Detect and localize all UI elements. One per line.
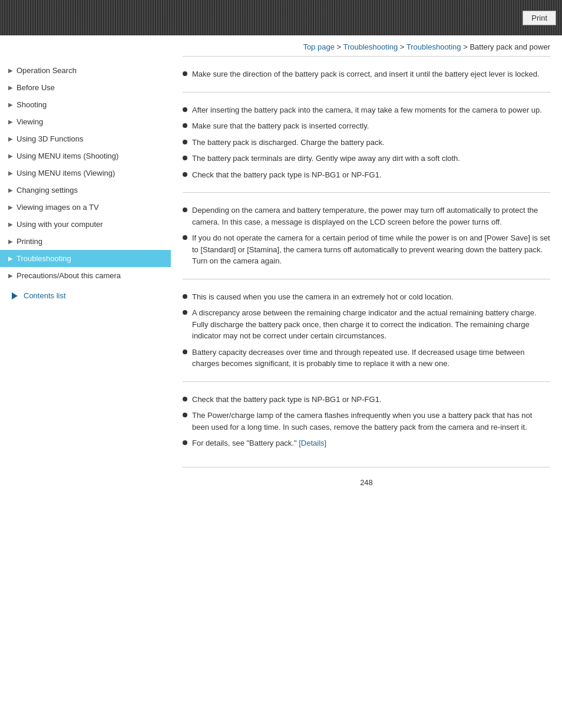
section-4: This is caused when you use the camera i… xyxy=(183,279,550,381)
contents-list-arrow-icon xyxy=(12,292,18,299)
sidebar-item-shooting[interactable]: ▶ Shooting xyxy=(0,96,171,113)
arrow-icon: ▶ xyxy=(8,67,13,74)
sidebar-item-using-menu-shooting[interactable]: ▶ Using MENU items (Shooting) xyxy=(0,147,171,164)
sidebar-item-label: Using 3D Functions xyxy=(16,134,83,143)
breadcrumb-troubleshooting2[interactable]: Troubleshooting xyxy=(406,42,461,51)
list-item: The Power/charge lamp of the camera flas… xyxy=(183,407,550,435)
print-button[interactable]: Print xyxy=(523,11,556,25)
page-number: 248 xyxy=(183,467,550,493)
arrow-icon: ▶ xyxy=(8,204,13,210)
sidebar-item-using-menu-viewing[interactable]: ▶ Using MENU items (Viewing) xyxy=(0,164,171,182)
bullet-dot xyxy=(183,397,187,401)
bullet-dot xyxy=(183,71,187,76)
sidebar-item-changing-settings[interactable]: ▶ Changing settings xyxy=(0,182,171,199)
bullet-dot xyxy=(183,294,187,299)
section-1: Make sure the direction of the battery p… xyxy=(183,56,550,92)
sidebar-item-label: Using MENU items (Viewing) xyxy=(16,169,115,177)
bullet-list-3: Depending on the camera and battery temp… xyxy=(183,202,550,269)
sidebar-item-using-3d[interactable]: ▶ Using 3D Functions xyxy=(0,130,171,147)
list-item: Battery capacity decreases over time and… xyxy=(183,344,550,372)
list-item: Check that the battery pack type is NP-B… xyxy=(183,167,550,183)
list-item: The battery pack terminals are dirty. Ge… xyxy=(183,150,550,167)
breadcrumb-battery: Battery pack and power xyxy=(470,42,550,51)
arrow-icon: ▶ xyxy=(8,238,13,245)
breadcrumb: Top page > Troubleshooting > Troubleshoo… xyxy=(0,35,562,56)
section-3: Depending on the camera and battery temp… xyxy=(183,192,550,279)
sidebar-item-label: Operation Search xyxy=(16,66,77,75)
arrow-icon: ▶ xyxy=(8,84,13,91)
sidebar-item-printing[interactable]: ▶ Printing xyxy=(0,233,171,250)
bullet-dot xyxy=(183,440,187,445)
bullet-dot xyxy=(183,156,187,160)
list-item: After inserting the battery pack into th… xyxy=(183,102,550,118)
sidebar-item-using-computer[interactable]: ▶ Using with your computer xyxy=(0,216,171,233)
arrow-icon: ▶ xyxy=(8,153,13,159)
list-item: Make sure that the battery pack is inser… xyxy=(183,118,550,134)
bullet-dot xyxy=(183,123,187,128)
bullet-dot xyxy=(183,350,187,354)
list-item: The battery pack is discharged. Charge t… xyxy=(183,134,550,151)
bullet-dot xyxy=(183,413,187,417)
sidebar-item-label: Using MENU items (Shooting) xyxy=(16,151,118,160)
bullet-list-1: Make sure the direction of the battery p… xyxy=(183,66,550,83)
sidebar-item-label: Troubleshooting xyxy=(16,254,71,263)
bullet-dot xyxy=(183,310,187,315)
main-layout: ▶ Operation Search ▶ Before Use ▶ Shooti… xyxy=(0,56,562,505)
list-item: Check that the battery pack type is NP-B… xyxy=(183,391,550,408)
list-item: For details, see "Battery pack." [Detail… xyxy=(183,435,550,452)
list-item: Depending on the camera and battery temp… xyxy=(183,202,550,230)
sidebar-item-label: Before Use xyxy=(16,83,55,92)
list-item: A discrepancy arose between the remainin… xyxy=(183,305,550,344)
list-item: This is caused when you use the camera i… xyxy=(183,289,550,305)
details-link[interactable]: [Details] xyxy=(299,439,326,447)
sidebar-item-troubleshooting[interactable]: ▶ Troubleshooting xyxy=(0,250,171,267)
sidebar-item-before-use[interactable]: ▶ Before Use xyxy=(0,79,171,96)
sidebar-item-label: Shooting xyxy=(16,100,47,109)
breadcrumb-top[interactable]: Top page xyxy=(303,42,335,51)
section-5: Check that the battery pack type is NP-B… xyxy=(183,381,550,461)
bullet-list-2: After inserting the battery pack into th… xyxy=(183,102,550,183)
arrow-icon: ▶ xyxy=(8,170,13,176)
sidebar-item-viewing[interactable]: ▶ Viewing xyxy=(0,113,171,130)
arrow-icon: ▶ xyxy=(8,101,13,108)
arrow-icon: ▶ xyxy=(8,136,13,142)
header-bar: Print xyxy=(0,0,562,35)
sidebar-item-label: Precautions/About this camera xyxy=(16,271,121,280)
sidebar-item-operation-search[interactable]: ▶ Operation Search xyxy=(0,62,171,79)
contents-list-link[interactable]: Contents list xyxy=(24,291,66,300)
bullet-list-5: Check that the battery pack type is NP-B… xyxy=(183,391,550,452)
main-content: Make sure the direction of the battery p… xyxy=(171,56,562,505)
arrow-icon: ▶ xyxy=(8,255,13,262)
bullet-dot xyxy=(183,107,187,112)
bullet-dot xyxy=(183,207,187,212)
sidebar-item-label: Viewing xyxy=(16,117,43,126)
sidebar-item-viewing-tv[interactable]: ▶ Viewing images on a TV xyxy=(0,199,171,216)
bullet-dot xyxy=(183,235,187,240)
sidebar-item-label: Changing settings xyxy=(16,186,78,195)
sidebar-item-label: Using with your computer xyxy=(16,220,103,229)
sidebar-item-label: Viewing images on a TV xyxy=(16,203,99,212)
arrow-icon: ▶ xyxy=(8,272,13,279)
section-2: After inserting the battery pack into th… xyxy=(183,92,550,193)
arrow-icon: ▶ xyxy=(8,221,13,228)
bullet-dot xyxy=(183,140,187,144)
list-item: Make sure the direction of the battery p… xyxy=(183,66,550,83)
sidebar: ▶ Operation Search ▶ Before Use ▶ Shooti… xyxy=(0,56,171,505)
sidebar-item-label: Printing xyxy=(16,237,42,246)
list-item: If you do not operate the camera for a c… xyxy=(183,230,550,269)
bullet-dot xyxy=(183,172,187,177)
bullet-list-4: This is caused when you use the camera i… xyxy=(183,289,550,372)
contents-list[interactable]: Contents list xyxy=(12,291,171,300)
sidebar-item-precautions[interactable]: ▶ Precautions/About this camera xyxy=(0,267,171,284)
breadcrumb-troubleshooting1[interactable]: Troubleshooting xyxy=(343,42,398,51)
arrow-icon: ▶ xyxy=(8,187,13,193)
arrow-icon: ▶ xyxy=(8,118,13,125)
